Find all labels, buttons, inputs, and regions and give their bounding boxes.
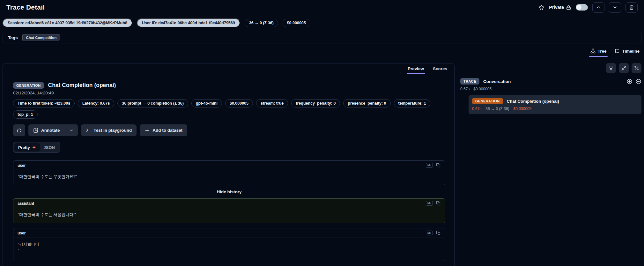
tags-label: Tags <box>8 35 18 40</box>
message-tools: M↓ <box>426 201 441 206</box>
observation-title: Chat Completion (openai) <box>48 82 116 89</box>
message-header: user M↓ <box>13 228 445 238</box>
previous-trace-button[interactable] <box>592 2 604 13</box>
collapse-all-button[interactable] <box>619 63 629 73</box>
tab-preview[interactable]: Preview <box>408 63 424 74</box>
tree-branch: GENERATION Chat Completion (openai) 0.67… <box>466 95 641 114</box>
copy-icon[interactable] <box>436 163 441 168</box>
message-header: assistant M↓ <box>13 199 445 208</box>
presence-penalty-badge: presence_penalty: 0 <box>343 99 390 107</box>
trash-icon <box>629 5 634 10</box>
top-bar: Trace Detail Private <box>0 0 644 15</box>
trace-type-badge: TRACE <box>460 78 479 85</box>
copy-icon[interactable] <box>436 231 441 235</box>
trace-tree-sidebar: TRACE Conversation 0.67s $0.000005 GENER <box>460 63 641 114</box>
plus-circle-icon <box>626 78 633 85</box>
view-mode-tabs: Tree Timeline <box>0 46 644 56</box>
ttft-badge: Time to first token: -423.00s <box>13 99 75 107</box>
format-toggle: Pretty ✦ JSON <box>13 142 60 153</box>
annotate-button[interactable]: Annotate <box>28 124 65 136</box>
trace-cost: $0.000005 <box>473 87 492 91</box>
chevron-down-icon <box>69 128 74 133</box>
hide-history-button[interactable]: Hide history <box>13 189 445 194</box>
message-user-2: user M↓ "감사합니다 " <box>13 228 445 261</box>
playground-button[interactable]: Test in playground <box>81 124 137 136</box>
latency-badge: Latency: 0.67s <box>78 99 114 107</box>
trace-title: Conversation <box>483 79 511 84</box>
delete-trace-button[interactable] <box>625 2 638 13</box>
scores-toggle-button[interactable] <box>606 63 616 73</box>
tab-pretty-label: Pretty <box>18 145 30 150</box>
minus-circle-icon <box>635 78 641 85</box>
percent-icon <box>634 65 639 71</box>
trace-stats: 0.67s $0.000005 <box>460 87 641 91</box>
expand-all-button[interactable] <box>626 78 633 85</box>
tab-tree-label: Tree <box>598 49 607 54</box>
toggle-thumb <box>576 5 581 10</box>
bookmark-button[interactable] <box>538 4 544 11</box>
tab-scores-label: Scores <box>433 66 447 71</box>
node-latency: 0.67s <box>472 107 481 111</box>
preview-scores-tabs: Preview Scores <box>400 63 454 74</box>
privacy-label: Private <box>549 5 564 10</box>
markdown-toggle-icon[interactable]: M↓ <box>426 231 433 235</box>
metrics-toggle-button[interactable] <box>632 63 641 73</box>
tab-json[interactable]: JSON <box>40 144 59 151</box>
timeline-icon <box>615 48 620 54</box>
comments-button[interactable] <box>13 124 25 136</box>
terminal-icon <box>86 128 91 133</box>
trace-root-info: TRACE Conversation <box>460 78 624 85</box>
observation-actions: Annotate Test in playground <box>13 124 445 136</box>
message-role: user <box>18 163 26 168</box>
trace-meta-row: Session: cd3abcd6-c81c-4037-935d-19d9f27… <box>3 18 641 27</box>
add-to-dataset-label: Add to dataset <box>152 128 182 133</box>
content-area: Preview Scores GENERATION Chat Completio… <box>0 63 644 266</box>
public-toggle[interactable] <box>576 4 588 11</box>
observation-metrics: Time to first token: -423.00s Latency: 0… <box>13 99 444 119</box>
chevron-up-icon <box>596 5 601 10</box>
privacy-control: Private <box>549 5 571 10</box>
annotate-dropdown-button[interactable] <box>65 124 78 136</box>
observation-timestamp: 02/12/2024, 14:20:49 <box>13 91 445 95</box>
award-icon <box>608 65 614 71</box>
message-content: "대한민국의 수도는 서울입니다." <box>13 208 445 223</box>
tags-container: Tags Chat Competition <box>3 32 641 43</box>
tree-node-title: Chat Completion (openai) <box>507 99 559 104</box>
tab-timeline-label: Timeline <box>622 49 640 54</box>
tab-timeline[interactable]: Timeline <box>615 46 640 56</box>
tab-tree[interactable]: Tree <box>590 46 607 56</box>
node-tokens: 36 → 0 (Σ 36) <box>485 107 509 111</box>
cost-badge: $0.000005 <box>283 19 310 27</box>
model-badge[interactable]: gpt-4o-mini <box>191 99 222 107</box>
cost-badge: $0.000005 <box>225 99 253 107</box>
collapse-all-circle-button[interactable] <box>635 78 641 85</box>
tab-pretty[interactable]: Pretty ✦ <box>14 143 40 151</box>
active-tab-indicator <box>589 56 608 57</box>
tree-node-generation[interactable]: GENERATION Chat Completion (openai) 0.67… <box>469 95 641 114</box>
session-badge[interactable]: Session: cd3abcd6-c81c-4037-935d-19d9f27… <box>3 18 132 27</box>
message-tools: M↓ <box>426 163 441 168</box>
message-header: user M↓ <box>13 161 445 170</box>
markdown-toggle-icon[interactable]: M↓ <box>426 163 433 168</box>
star-icon <box>538 4 544 11</box>
tag-chip[interactable]: Chat Competition <box>22 34 61 41</box>
next-trace-button[interactable] <box>609 2 621 13</box>
generation-type-badge: GENERATION <box>13 82 44 89</box>
playground-label: Test in playground <box>94 128 132 133</box>
annotate-label: Annotate <box>41 128 60 133</box>
token-usage-badge: 36 → 0 (Σ 36) <box>245 19 278 27</box>
message-content: "대한민국의 수도는 무엇인가요?" <box>13 170 445 185</box>
add-to-dataset-button[interactable]: Add to dataset <box>140 124 187 136</box>
observation-header: GENERATION Chat Completion (openai) <box>13 82 445 89</box>
user-id-badge[interactable]: User ID: dc47a41e-06bc-400d-bde1-f0e440d… <box>137 18 240 27</box>
copy-icon[interactable] <box>436 201 441 206</box>
token-detail-badge: 36 prompt → 0 completion (Σ 36) <box>117 99 188 107</box>
edit-icon <box>33 128 38 133</box>
message-assistant: assistant M↓ "대한민국의 수도는 서울입니다." <box>13 198 445 223</box>
tab-scores[interactable]: Scores <box>433 63 447 74</box>
markdown-toggle-icon[interactable]: M↓ <box>426 201 433 206</box>
lock-icon <box>566 5 571 10</box>
trace-root-row[interactable]: TRACE Conversation <box>460 78 641 85</box>
sparkle-icon: ✦ <box>32 145 36 150</box>
tab-preview-label: Preview <box>408 66 424 71</box>
